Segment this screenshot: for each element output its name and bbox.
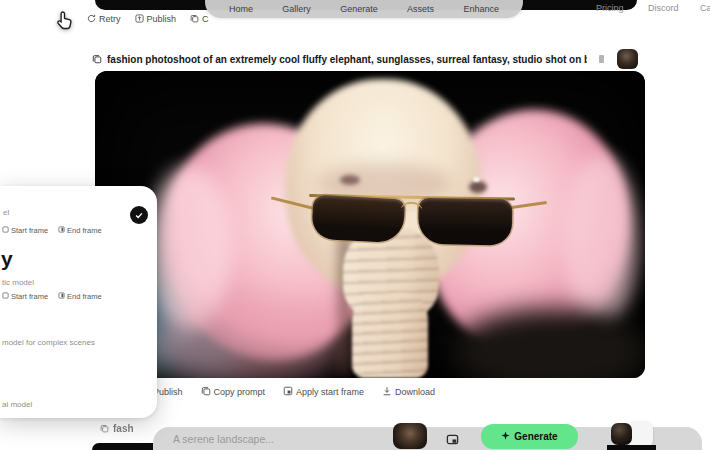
frame-icon [283,386,293,398]
elephant-trunk-lower [352,293,428,378]
model-option-2-desc: tic model [2,278,34,287]
nav-home[interactable]: Home [229,4,253,14]
retry-button[interactable]: Retry [87,14,121,24]
start-frame-icon [2,292,9,301]
copy-icon [100,419,109,437]
main-nav: Home Gallery Generate Assets Enhance [205,0,523,18]
selected-check-icon [130,206,148,224]
prompt-input[interactable] [173,427,383,450]
elephant-chest-fluff [147,303,342,378]
publish-button[interactable]: Publish [135,14,177,24]
card-toolbar: Retry Publish C [87,12,209,25]
end-frame-icon [58,226,65,235]
model-option-2-frames: Start frame End frame [2,292,102,301]
sunglasses-left-lens [311,195,405,244]
sunglasses-right-lens [418,198,513,246]
nav-gallery[interactable]: Gallery [282,4,311,14]
hand-cursor-icon [55,10,75,36]
link-discord[interactable]: Discord [648,3,679,13]
sunglasses [299,186,533,266]
elephant-right-ear-fluff [563,156,638,326]
link-pricing[interactable]: Pricing [596,3,624,13]
start-frame-chip[interactable]: Start frame [2,226,48,235]
publish-icon [135,14,144,23]
app-window: Home Gallery Generate Assets Enhance Pri… [0,0,710,450]
reference-image-thumbnail[interactable] [393,423,427,449]
nav-enhance[interactable]: Enhance [463,4,499,14]
next-card-prompt-row: fash [100,419,134,437]
model-selector-panel: el Start frame End frame y tic model Sta… [0,186,157,418]
apply-start-frame-button[interactable]: Apply start frame [283,386,364,398]
creator-avatar[interactable] [617,49,638,69]
prompt-text: fashion photoshoot of an extremely cool … [107,54,587,65]
nav-generate[interactable]: Generate [340,4,378,14]
model-option-1-desc[interactable]: el [3,208,9,217]
start-frame-chip[interactable]: Start frame [2,292,48,301]
end-frame-icon [58,292,65,301]
start-frame-icon [2,226,9,235]
prompt-row: fashion photoshoot of an extremely cool … [92,49,652,69]
image-frame-icon[interactable] [446,432,459,450]
copy-icon [190,14,199,23]
sparkle-icon [501,431,510,442]
bookmark-icon[interactable] [599,55,604,63]
next-card-prompt-fragment: fash [113,423,134,434]
card-action-row: Publish Copy prompt Apply start frame Do… [140,385,435,399]
generated-image[interactable] [95,71,645,378]
copy-icon[interactable] [92,50,102,68]
elephant-left-eye [340,175,360,185]
end-frame-chip[interactable]: End frame [58,226,102,235]
nav-assets[interactable]: Assets [407,4,434,14]
user-avatar[interactable] [611,423,632,445]
copy-icon [201,386,211,398]
model-option-1-frames: Start frame End frame [2,226,102,235]
download-icon [382,386,392,398]
model-option-4-desc[interactable]: al model [2,400,32,409]
model-option-2-name[interactable]: y [1,248,13,269]
model-option-3-desc[interactable]: model for complex scenes [2,338,95,347]
generate-button[interactable]: Generate [481,424,578,449]
end-frame-chip[interactable]: End frame [58,292,102,301]
next-video-thumbnail-edge [607,445,656,450]
retry-icon [87,14,96,23]
copy-prompt-button[interactable]: Copy prompt [201,386,266,398]
link-careers-partial[interactable]: Ca [700,3,710,13]
copy-prompt-button-partial[interactable]: C [190,14,209,24]
download-button[interactable]: Download [382,386,435,398]
elephant-eye-glint [473,177,480,182]
